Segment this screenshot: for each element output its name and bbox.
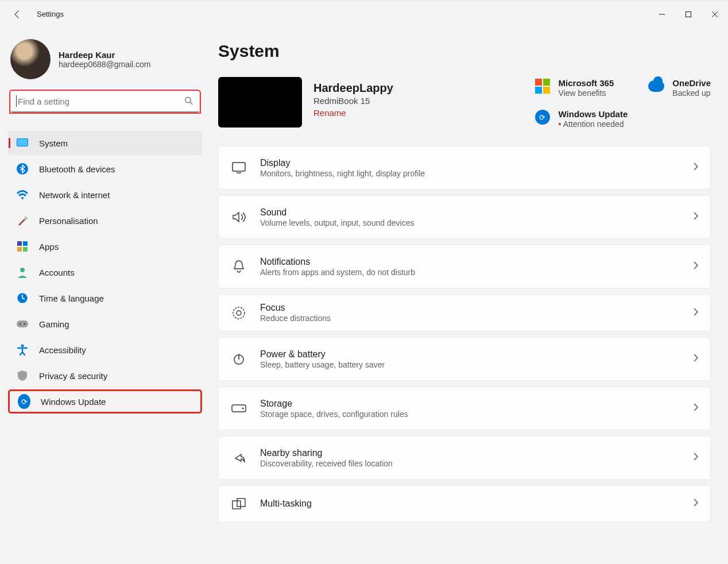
row-notifications[interactable]: Notifications Alerts from apps and syste… <box>218 245 711 288</box>
sidebar-item-apps[interactable]: Apps <box>8 234 202 258</box>
sidebar-item-accounts[interactable]: Accounts <box>8 260 202 284</box>
svg-rect-1 <box>686 11 691 17</box>
bluetooth-icon <box>16 163 29 175</box>
window-title: Settings <box>37 10 64 18</box>
status-microsoft365[interactable]: Microsoft 365 View benefits <box>535 78 628 98</box>
row-sub: Storage space, drives, configuration rul… <box>260 410 680 419</box>
sidebar-item-network[interactable]: Network & internet <box>8 183 202 207</box>
sidebar-item-label: Apps <box>39 242 59 252</box>
sidebar-item-windows-update[interactable]: ⟳ Windows Update <box>8 389 202 414</box>
row-sub: Reduce distractions <box>260 314 680 323</box>
status-sub: View benefits <box>559 88 614 98</box>
chevron-right-icon <box>693 453 699 463</box>
chevron-right-icon <box>693 212 699 222</box>
search-container <box>9 90 201 114</box>
row-sub: Sleep, battery usage, battery saver <box>260 360 680 369</box>
nav: System Bluetooth & devices Network & int… <box>8 131 202 414</box>
maximize-button[interactable] <box>675 5 702 24</box>
profile-card[interactable]: Hardeep Kaur hardeep0688@gmail.com <box>8 37 202 90</box>
row-focus[interactable]: Focus Reduce distractions <box>218 294 711 331</box>
sidebar-item-time-language[interactable]: Time & language <box>8 286 202 310</box>
bell-icon <box>230 260 247 273</box>
device-hero: HardeepLappy RedmiBook 15 Rename Microso… <box>218 77 711 129</box>
chevron-right-icon <box>693 308 699 318</box>
row-title: Multi-tasking <box>260 499 680 509</box>
sidebar-item-accessibility[interactable]: Accessibility <box>8 338 202 362</box>
svg-rect-22 <box>233 163 245 171</box>
microsoft-logo-icon <box>535 78 551 94</box>
row-power[interactable]: Power & battery Sleep, battery usage, ba… <box>218 337 711 381</box>
sound-icon <box>230 211 247 223</box>
row-display[interactable]: Display Monitors, brightness, night ligh… <box>218 146 711 190</box>
sidebar-item-label: Windows Update <box>41 397 106 407</box>
svg-point-10 <box>24 217 28 220</box>
multitask-icon <box>230 498 247 509</box>
back-button[interactable] <box>11 9 23 20</box>
row-title: Display <box>260 158 680 168</box>
svg-rect-13 <box>17 247 22 252</box>
update-icon: ⟳ <box>535 109 551 125</box>
row-multitasking[interactable]: Multi-tasking <box>218 485 711 522</box>
chevron-right-icon <box>693 499 699 509</box>
svg-rect-7 <box>17 139 28 146</box>
share-icon <box>230 451 247 464</box>
device-thumbnail <box>218 77 302 128</box>
status-windows-update[interactable]: ⟳ Windows Update Attention needed <box>535 109 628 129</box>
minimize-button[interactable] <box>649 5 675 24</box>
status-title: OneDrive <box>672 78 711 88</box>
device-model: RedmiBook 15 <box>313 96 523 106</box>
main-content: System HardeepLappy RedmiBook 15 Rename … <box>207 28 728 564</box>
svg-point-9 <box>21 197 24 199</box>
sidebar-item-system[interactable]: System <box>8 131 202 155</box>
sidebar-item-label: Gaming <box>39 319 69 329</box>
device-name: HardeepLappy <box>313 82 523 95</box>
row-sub: Volume levels, output, input, sound devi… <box>260 218 680 227</box>
page-title: System <box>218 41 711 61</box>
avatar <box>10 39 51 79</box>
sidebar-item-privacy[interactable]: Privacy & security <box>8 364 202 388</box>
row-title: Focus <box>260 303 680 313</box>
row-title: Notifications <box>260 257 680 267</box>
sidebar-item-label: Accounts <box>39 268 75 277</box>
sidebar-item-label: Personalisation <box>39 216 98 226</box>
svg-rect-30 <box>233 501 241 509</box>
svg-point-25 <box>237 311 241 315</box>
system-icon <box>16 137 29 149</box>
sidebar-item-label: Bluetooth & devices <box>39 164 115 174</box>
row-title: Power & battery <box>260 349 680 360</box>
svg-point-20 <box>24 323 26 325</box>
svg-point-15 <box>20 268 25 272</box>
chevron-right-icon <box>693 261 699 272</box>
row-title: Nearby sharing <box>260 448 680 458</box>
status-title: Microsoft 365 <box>559 78 614 88</box>
display-icon <box>230 162 247 173</box>
search-input[interactable] <box>10 91 200 113</box>
rename-link[interactable]: Rename <box>313 108 523 118</box>
focus-icon <box>230 306 247 320</box>
sidebar-item-gaming[interactable]: Gaming <box>8 312 202 336</box>
settings-list: Display Monitors, brightness, night ligh… <box>218 146 711 522</box>
row-title: Storage <box>260 399 680 409</box>
svg-point-19 <box>20 323 21 325</box>
status-onedrive[interactable]: OneDrive Backed up <box>648 78 711 98</box>
row-nearby-sharing[interactable]: Nearby sharing Discoverability, received… <box>218 436 711 480</box>
row-title: Sound <box>260 207 680 218</box>
row-sub: Discoverability, received files location <box>260 459 680 468</box>
svg-point-21 <box>21 345 24 347</box>
svg-point-29 <box>242 408 244 410</box>
row-storage[interactable]: Storage Storage space, drives, configura… <box>218 387 711 430</box>
sidebar-item-label: Network & internet <box>39 190 110 200</box>
chevron-right-icon <box>693 403 699 414</box>
sidebar-item-bluetooth[interactable]: Bluetooth & devices <box>8 157 202 181</box>
sidebar-item-label: Accessibility <box>39 345 86 355</box>
status-sub: Backed up <box>672 88 711 98</box>
profile-name: Hardeep Kaur <box>59 50 151 60</box>
svg-rect-18 <box>17 320 28 327</box>
close-button[interactable] <box>702 5 728 24</box>
svg-point-24 <box>233 307 245 319</box>
storage-icon <box>230 404 247 412</box>
svg-rect-14 <box>23 247 28 252</box>
clock-globe-icon <box>16 292 29 304</box>
sidebar-item-personalisation[interactable]: Personalisation <box>8 208 202 233</box>
row-sound[interactable]: Sound Volume levels, output, input, soun… <box>218 195 711 239</box>
